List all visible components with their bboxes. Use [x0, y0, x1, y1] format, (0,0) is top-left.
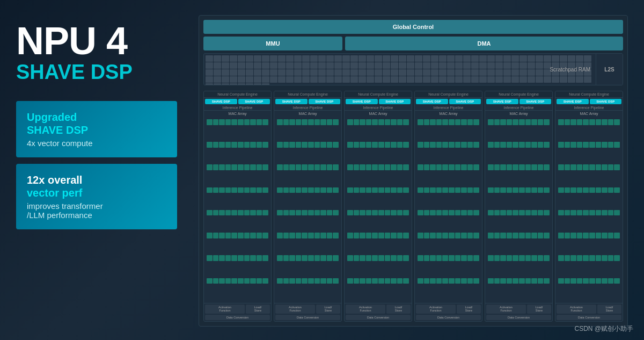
- mac-cell: [455, 119, 461, 125]
- mac-cell: [531, 255, 537, 261]
- mac-cell: [570, 142, 576, 148]
- npu-title: NPU 4: [16, 21, 177, 60]
- mac-cell: [455, 164, 461, 170]
- mac-cell: [231, 278, 237, 284]
- mac-cell: [596, 164, 602, 170]
- mac-cell: [436, 255, 442, 261]
- mac-cell: [538, 210, 544, 216]
- mac-cell: [424, 164, 430, 170]
- mac-cell: [219, 210, 225, 216]
- mac-cell: [544, 142, 550, 148]
- mac-cell: [378, 164, 384, 170]
- mac-cell: [430, 278, 436, 284]
- mac-cell: [467, 233, 473, 238]
- mac-cell: [531, 278, 537, 284]
- mac-cell: [302, 119, 308, 125]
- mac-cell: [257, 142, 262, 148]
- data-conversion: Data Conversion: [486, 315, 551, 320]
- watermark: CSDN @赋创小助手: [574, 324, 633, 334]
- mac-cell: [442, 278, 448, 284]
- scratchpad-cell: [238, 62, 245, 69]
- mac-cell: [403, 255, 409, 261]
- mac-cell: [360, 142, 365, 148]
- scratchpad-cell: [423, 69, 430, 76]
- mac-cell: [602, 278, 608, 284]
- mac-cell: [570, 210, 576, 216]
- mac-cell: [531, 142, 537, 148]
- scratchpad-cell: [439, 62, 447, 69]
- scratchpad-cell: [407, 69, 414, 76]
- scratchpad-cell: [358, 55, 366, 62]
- global-control: Global Control: [203, 20, 623, 34]
- mac-cell: [449, 187, 455, 193]
- mac-cell: [378, 233, 384, 238]
- shave-dsp-btn-1: SHAVE DSP: [557, 99, 589, 104]
- mac-cell: [296, 255, 302, 261]
- scratchpad-cell: [238, 69, 245, 76]
- scratchpad-cell: [375, 69, 382, 76]
- scratchpad-cell: [214, 55, 221, 62]
- mac-cell: [327, 210, 333, 216]
- scratchpad-cell: [560, 76, 567, 83]
- mac-cell: [225, 278, 231, 284]
- mac-cell: [231, 187, 237, 193]
- mac-cell: [488, 255, 494, 261]
- mac-cell: [391, 233, 397, 238]
- mac-cell: [418, 142, 423, 148]
- mac-cell: [238, 233, 244, 238]
- mac-cell: [467, 210, 473, 216]
- nce-title: Neural Compute Engine: [555, 91, 623, 98]
- scratchpad-cell: [350, 69, 358, 76]
- scratchpad-cell: [262, 62, 269, 69]
- nce-block-3: Neural Compute Engine SHAVE DSP SHAVE DS…: [414, 91, 482, 322]
- mac-cell: [570, 119, 576, 125]
- mac-cell: [449, 278, 455, 284]
- mac-cell: [213, 278, 219, 284]
- mac-grid: [486, 118, 551, 302]
- mac-cell: [418, 164, 423, 170]
- mac-cell: [583, 142, 589, 148]
- mac-cell: [296, 210, 302, 216]
- mac-cell: [366, 164, 372, 170]
- mac-cell: [494, 210, 500, 216]
- scratchpad-cell: [367, 76, 374, 83]
- mac-cell: [333, 255, 339, 261]
- inference-pipeline: Inference Pipeline: [555, 105, 623, 111]
- mac-cell: [418, 255, 423, 261]
- scratchpad-cell: [399, 76, 406, 83]
- mac-cell: [385, 255, 391, 261]
- mac-cell: [314, 255, 320, 261]
- mac-cell: [213, 210, 219, 216]
- mac-cell: [207, 119, 213, 125]
- mac-cell: [238, 119, 244, 125]
- info-vector-line1: 12x overall: [27, 174, 82, 186]
- mac-cell: [238, 187, 244, 193]
- mac-cell: [262, 142, 268, 148]
- scratchpad-cell: [415, 76, 422, 83]
- mac-cell: [391, 187, 397, 193]
- mac-cell: [488, 164, 494, 170]
- mac-cell: [602, 233, 608, 238]
- scratchpad-cell: [447, 62, 455, 69]
- dma-box: DMA: [345, 37, 623, 50]
- info-vector-sub: improves transformer/LLM performance: [27, 201, 166, 220]
- func-row-1: ActivationFunction Load/Store: [416, 305, 481, 314]
- mac-cell: [608, 255, 614, 261]
- nce-container: Neural Compute Engine SHAVE DSP SHAVE DS…: [203, 91, 623, 322]
- mac-cell: [583, 119, 589, 125]
- scratchpad-cell: [407, 62, 414, 69]
- mac-cell: [473, 255, 479, 261]
- mac-cell: [424, 278, 430, 284]
- scratchpad-cell: [560, 55, 567, 62]
- scratchpad-cell: [326, 62, 334, 69]
- mac-cell: [283, 255, 289, 261]
- mac-cell: [455, 142, 461, 148]
- mac-cell: [494, 164, 500, 170]
- mac-cell: [238, 278, 244, 284]
- scratchpad-cell: [334, 76, 342, 83]
- scratchpad-cell: [511, 62, 519, 69]
- nce-block-4: Neural Compute Engine SHAVE DSP SHAVE DS…: [485, 91, 553, 322]
- mac-cell: [544, 187, 550, 193]
- scratchpad-cell: [302, 76, 310, 83]
- scratchpad-cell: [544, 76, 551, 83]
